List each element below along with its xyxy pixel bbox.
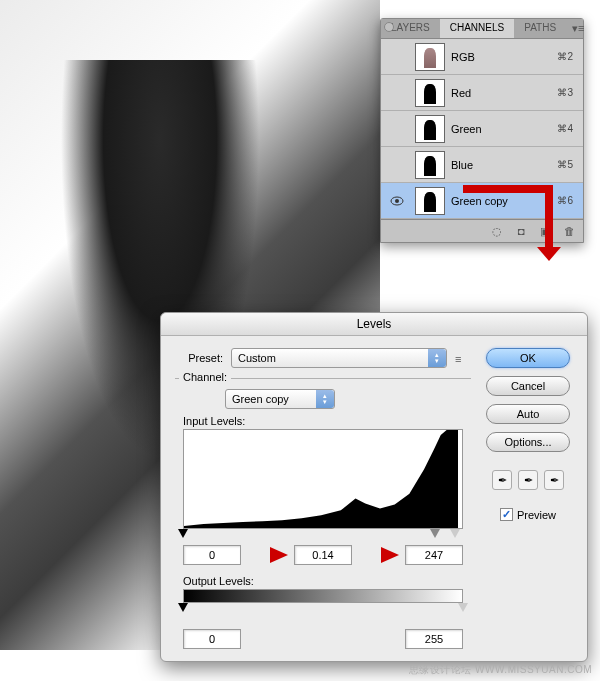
output-white-handle[interactable]	[458, 603, 468, 612]
black-eyedropper-icon[interactable]: ✒	[492, 470, 512, 490]
cancel-button[interactable]: Cancel	[486, 376, 570, 396]
gray-eyedropper-icon[interactable]: ✒	[518, 470, 538, 490]
channel-shortcut: ⌘2	[557, 51, 579, 62]
panel-menu-icon[interactable]: ▾≡	[566, 19, 590, 38]
output-gradient	[183, 589, 463, 603]
channel-row[interactable]: Green copy⌘6	[381, 183, 583, 219]
gray-point-input[interactable]	[294, 545, 352, 565]
levels-dialog: Levels Preset: Custom ≡ Channel: Green c…	[160, 312, 588, 662]
black-point-input[interactable]	[183, 545, 241, 565]
channel-thumbnail	[415, 115, 445, 143]
channel-row[interactable]: Blue⌘5	[381, 147, 583, 183]
preset-value: Custom	[238, 352, 276, 364]
watermark: 思缘设计论坛 WWW.MISSYUAN.COM	[409, 663, 592, 677]
dialog-title: Levels	[161, 313, 587, 336]
visibility-toggle[interactable]	[385, 196, 409, 206]
channel-label: Channel:	[179, 371, 231, 383]
annotation-pointer	[270, 547, 288, 563]
channel-thumbnail	[415, 187, 445, 215]
histogram	[183, 429, 463, 529]
new-channel-icon[interactable]: ▣	[537, 224, 553, 238]
delete-channel-icon[interactable]: 🗑	[561, 224, 577, 238]
black-point-handle[interactable]	[178, 529, 188, 538]
output-slider-track[interactable]	[183, 603, 463, 615]
save-selection-icon[interactable]: ◘	[513, 224, 529, 238]
gray-point-handle[interactable]	[430, 529, 440, 538]
channel-name: RGB	[451, 51, 557, 63]
preset-label: Preset:	[175, 352, 223, 364]
options-button[interactable]: Options...	[486, 432, 570, 452]
channel-thumbnail	[415, 79, 445, 107]
channel-thumbnail	[415, 151, 445, 179]
eyedropper-group: ✒ ✒ ✒	[492, 470, 564, 490]
output-black-input[interactable]	[183, 629, 241, 649]
channel-shortcut: ⌘5	[557, 159, 579, 170]
svg-point-1	[395, 199, 399, 203]
channel-row[interactable]: RGB⌘2	[381, 39, 583, 75]
eye-icon	[390, 196, 404, 206]
panel-close-button[interactable]	[384, 22, 394, 32]
select-arrows-icon	[316, 390, 334, 408]
white-point-input[interactable]	[405, 545, 463, 565]
ok-button[interactable]: OK	[486, 348, 570, 368]
channel-thumbnail	[415, 43, 445, 71]
channel-value: Green copy	[232, 393, 289, 405]
output-levels-label: Output Levels:	[183, 575, 471, 587]
preset-select[interactable]: Custom	[231, 348, 447, 368]
tab-paths[interactable]: PATHS	[514, 19, 566, 38]
auto-button[interactable]: Auto	[486, 404, 570, 424]
tab-channels[interactable]: CHANNELS	[440, 19, 514, 38]
panel-tab-bar: LAYERS CHANNELS PATHS ▾≡	[381, 19, 583, 39]
input-slider-track[interactable]	[183, 529, 463, 541]
select-arrows-icon	[428, 349, 446, 367]
channel-shortcut: ⌘6	[557, 195, 579, 206]
channel-name: Green	[451, 123, 557, 135]
channel-select[interactable]: Green copy	[225, 389, 335, 409]
channel-shortcut: ⌘4	[557, 123, 579, 134]
channels-panel: LAYERS CHANNELS PATHS ▾≡ RGB⌘2Red⌘3Green…	[380, 18, 584, 243]
channel-name: Green copy	[451, 195, 557, 207]
load-selection-icon[interactable]: ◌	[489, 224, 505, 238]
channel-name: Red	[451, 87, 557, 99]
white-eyedropper-icon[interactable]: ✒	[544, 470, 564, 490]
preview-label: Preview	[517, 509, 556, 521]
white-point-handle[interactable]	[450, 529, 460, 538]
preset-menu-icon[interactable]: ≡	[455, 353, 471, 363]
annotation-arrow-head	[537, 247, 561, 261]
output-black-handle[interactable]	[178, 603, 188, 612]
output-white-input[interactable]	[405, 629, 463, 649]
preview-checkbox[interactable]: ✓	[500, 508, 513, 521]
panel-footer: ◌ ◘ ▣ 🗑	[381, 219, 583, 242]
channel-row[interactable]: Green⌘4	[381, 111, 583, 147]
input-levels-label: Input Levels:	[183, 415, 471, 427]
channel-name: Blue	[451, 159, 557, 171]
channel-row[interactable]: Red⌘3	[381, 75, 583, 111]
channel-shortcut: ⌘3	[557, 87, 579, 98]
annotation-pointer	[381, 547, 399, 563]
